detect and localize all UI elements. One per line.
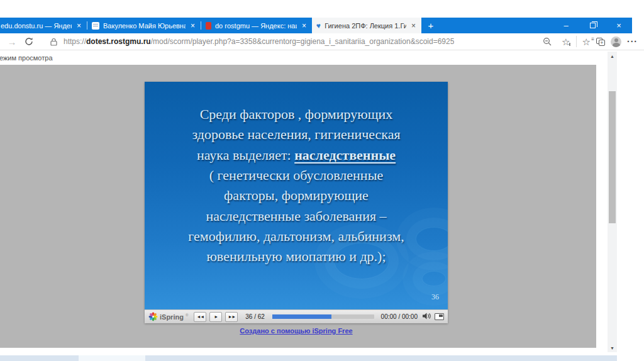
star-icon: ☆ bbox=[582, 36, 591, 47]
previous-slide-button[interactable]: ◄◄ bbox=[194, 312, 206, 322]
lines-icon: ≡ bbox=[591, 37, 594, 42]
tab-title: do rostgmu — Яндекс: нашлось bbox=[215, 22, 297, 30]
slide-text-after: ( генетически обусловленные факторы, фор… bbox=[188, 167, 404, 264]
browser-toolbar: → https://dotest.rostgmu.ru/mod/scorm/pl… bbox=[0, 33, 644, 50]
player-bar: iSpring ® ◄◄ ► ►► 36 / 62 00:00 / 00:00 bbox=[145, 309, 448, 323]
view-mode-label: ежим просмотра bbox=[0, 54, 53, 62]
favorites-icon[interactable]: ☆≡ bbox=[582, 37, 591, 47]
ripple-decoration bbox=[421, 270, 447, 287]
fullscreen-icon[interactable] bbox=[435, 313, 444, 320]
add-favorite-icon[interactable]: ☆ bbox=[562, 37, 570, 47]
toolbar-divider bbox=[576, 36, 577, 47]
ispring-logo-icon bbox=[148, 312, 158, 321]
forward-icon[interactable]: → bbox=[6, 36, 18, 47]
collections-icon[interactable]: + bbox=[596, 38, 605, 46]
tab-close-icon[interactable]: × bbox=[75, 22, 82, 30]
red-favicon-icon bbox=[206, 22, 211, 30]
tab-vakulenko[interactable]: Вакуленко Майя Юрьевна × bbox=[87, 18, 201, 33]
ispring-brand-name: iSpring bbox=[160, 313, 184, 321]
lock-icon[interactable] bbox=[48, 36, 59, 47]
tab-do-rostgmu[interactable]: do rostgmu — Яндекс: нашлось × bbox=[201, 18, 312, 33]
ispring-free-link[interactable]: Создано с помощью iSpring Free bbox=[145, 327, 448, 335]
address-bar[interactable]: https://dotest.rostgmu.ru/mod/scorm/play… bbox=[40, 36, 570, 47]
gear-icon bbox=[569, 38, 570, 48]
tab-gigiena-active[interactable]: ♥ Гигиена 2ПФ: Лекция 1.Гигиена × bbox=[312, 18, 421, 33]
scroll-up-icon[interactable]: ▲ bbox=[608, 52, 617, 60]
tab-title: Вакуленко Майя Юрьевна bbox=[103, 22, 186, 30]
vertical-scrollbar-thumb[interactable] bbox=[609, 91, 616, 223]
address-bar-actions: ☆ bbox=[541, 36, 570, 47]
zoom-out-icon[interactable] bbox=[541, 36, 553, 47]
ispring-brand: iSpring ® bbox=[148, 312, 188, 321]
slide-position: 36 / 62 bbox=[245, 313, 265, 320]
page-header-row: ежим просмотра bbox=[0, 51, 596, 65]
url-protocol: https:// bbox=[64, 37, 86, 46]
profile-avatar[interactable] bbox=[611, 36, 621, 47]
grid-favicon-icon bbox=[92, 22, 99, 30]
url-text: https://dotest.rostgmu.ru/mod/scorm/play… bbox=[64, 37, 454, 46]
tab-close-icon[interactable]: × bbox=[301, 22, 308, 30]
tab-close-icon[interactable]: × bbox=[189, 22, 196, 30]
settings-menu-icon[interactable]: ··· bbox=[627, 36, 638, 47]
presentation-block: Среди факторов , формирующих здоровье на… bbox=[145, 82, 448, 323]
horizontal-scrollbar-thumb[interactable] bbox=[79, 355, 145, 361]
refresh-icon[interactable] bbox=[23, 36, 35, 47]
play-button[interactable]: ► bbox=[209, 312, 222, 322]
restore-button[interactable] bbox=[579, 18, 606, 33]
tab-edu-donstu[interactable]: edu.donstu.ru — Яндекс: нашло × bbox=[0, 18, 87, 33]
browser-window: { "browser": { "tabs": [ { "title": "edu… bbox=[0, 0, 644, 361]
tab-title: Гигиена 2ПФ: Лекция 1.Гигиена bbox=[325, 22, 406, 30]
restore-icon bbox=[590, 23, 596, 28]
close-window-button[interactable]: × bbox=[606, 18, 632, 33]
volume-icon[interactable] bbox=[423, 313, 431, 321]
tab-bar: edu.donstu.ru — Яндекс: нашло × Вакуленк… bbox=[0, 18, 632, 33]
tab-title: edu.donstu.ru — Яндекс: нашло bbox=[1, 22, 72, 30]
window-controls: – × bbox=[553, 18, 632, 33]
progress-bar[interactable] bbox=[272, 314, 374, 319]
slide-text: Среди факторов , формирующих здоровье на… bbox=[153, 104, 439, 267]
registered-mark: ® bbox=[186, 313, 188, 317]
new-tab-button[interactable]: + bbox=[421, 18, 440, 33]
vertical-scrollbar[interactable]: ▲ ▼ bbox=[608, 52, 617, 352]
slide-text-highlight: наследственные bbox=[294, 147, 396, 163]
scroll-down-icon[interactable]: ▼ bbox=[608, 343, 617, 352]
time-display: 00:00 / 00:00 bbox=[381, 313, 418, 320]
next-slide-button[interactable]: ►► bbox=[225, 312, 238, 322]
progress-fill bbox=[272, 314, 331, 319]
collections-plus: + bbox=[599, 40, 605, 46]
slide-number: 36 bbox=[431, 292, 439, 302]
url-domain: dotest.rostgmu.ru bbox=[86, 37, 151, 46]
url-path: /mod/scorm/player.php?a=3358&currentorg=… bbox=[151, 37, 455, 46]
minimize-button[interactable]: – bbox=[553, 18, 579, 33]
tab-close-icon[interactable]: × bbox=[410, 22, 417, 30]
horizontal-scrollbar[interactable] bbox=[0, 355, 617, 361]
slide: Среди факторов , формирующих здоровье на… bbox=[145, 82, 448, 309]
dove-favicon-icon: ♥ bbox=[316, 21, 321, 30]
